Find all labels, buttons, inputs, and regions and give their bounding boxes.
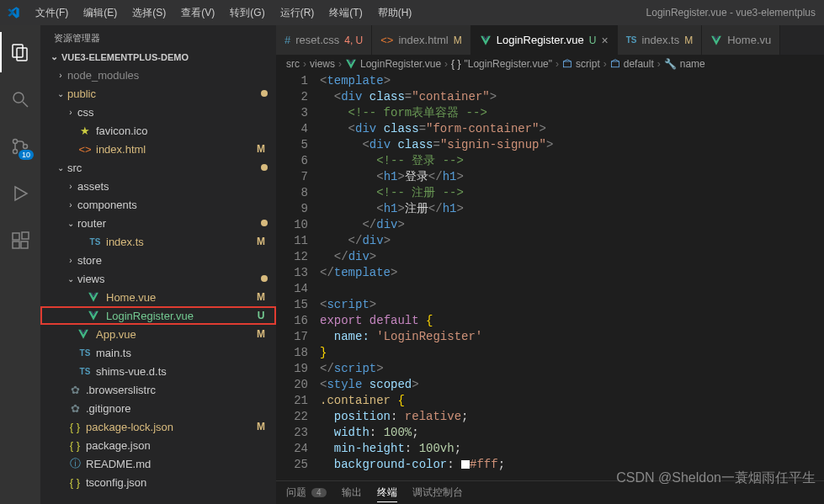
folder-item[interactable]: ›node_modules [40,66,276,84]
menu-item[interactable]: 选择(S) [125,3,173,24]
folder-item[interactable]: ⌄public [40,84,276,103]
editor-tab[interactable]: <>index.htmlM [372,25,470,55]
menu-item[interactable]: 运行(R) [274,3,322,24]
chevron-icon: ⌄ [64,274,77,284]
menu-item[interactable]: 编辑(E) [77,3,124,24]
svg-point-6 [24,145,28,149]
typescript-icon: TS [77,348,93,358]
item-label: css [77,106,268,119]
folder-item[interactable]: ›components [40,195,276,214]
vue-icon [88,291,103,303]
file-item[interactable]: TSmain.ts [40,343,276,362]
folder-item[interactable]: ›css [40,103,276,121]
breadcrumb-item[interactable]: script [562,58,600,70]
terminal-tab[interactable]: 终端 [377,485,397,502]
folder-item[interactable]: ⌄src [40,158,276,177]
menu-item[interactable]: 终端(T) [322,3,369,24]
item-label: package-lock.json [86,421,254,433]
menu-item[interactable]: 文件(F) [29,3,75,24]
item-label: App.vue [96,328,254,341]
menu-item[interactable]: 查看(V) [174,3,221,24]
breadcrumb-item[interactable]: src [286,58,300,70]
git-status: M [254,143,268,155]
run-activity-icon[interactable] [0,173,40,214]
chevron-right-icon: › [444,58,448,70]
file-item[interactable]: ✿.gitignore [40,399,276,417]
file-item[interactable]: ✿.browserslistrc [40,380,276,399]
git-status: M [254,236,268,247]
menu-item[interactable]: 帮助(H) [371,3,419,24]
menu-item[interactable]: 转到(G) [223,3,271,24]
favicon-icon: ★ [77,125,93,137]
module-icon [610,59,620,69]
chevron-icon: › [64,108,77,117]
folder-item[interactable]: ⌄views [40,269,276,288]
tab-bar: #reset.css4, U<>index.htmlMLoginRegister… [276,25,824,55]
css-icon: # [284,34,290,46]
editor-tab[interactable]: TSindex.tsM [618,25,703,55]
editor-tab[interactable]: Home.vu [702,25,780,55]
file-item[interactable]: { }package-lock.jsonM [40,417,276,436]
file-item[interactable]: <>index.htmlM [40,140,276,158]
editor-tab[interactable]: #reset.css4, U [276,25,372,55]
svg-point-2 [13,93,24,103]
json-icon: { } [67,439,82,452]
svg-rect-10 [21,241,28,248]
sidebar-header[interactable]: ⌄VUE3-ELEMENTPLUS-DEMO [40,48,276,66]
folder-item[interactable]: ›assets [40,177,276,195]
folder-item[interactable]: ›store [40,251,276,269]
item-label: .browserslistrc [86,384,268,396]
tab-label: LoginRegister.vue [497,34,584,46]
breadcrumb-item[interactable]: LoginRegister.vue [345,58,441,70]
item-label: components [77,199,268,211]
braces-icon: { } [451,58,460,70]
file-item[interactable]: { }package.json [40,436,276,454]
extensions-activity-icon[interactable] [0,220,40,261]
vscode-logo-icon [7,6,20,19]
modified-dot-icon [261,90,268,97]
breadcrumb-item[interactable]: views [310,58,335,70]
folder-item[interactable]: ⌄router [40,214,276,232]
tab-label: index.html [398,34,448,46]
vue-icon [77,328,93,340]
file-item[interactable]: LoginRegister.vueU [40,306,276,325]
search-activity-icon[interactable] [0,79,40,119]
breadcrumb-item[interactable]: default [610,58,654,70]
close-icon[interactable]: × [601,34,608,47]
output-tab[interactable]: 输出 [342,485,362,500]
html-icon: <> [380,34,393,46]
item-label: router [77,217,261,230]
breadcrumb-item[interactable]: { }"LoginRegister.vue" [451,58,552,70]
breadcrumb[interactable]: src›views›LoginRegister.vue›{ }"LoginReg… [276,55,824,73]
svg-rect-1 [17,48,27,61]
item-label: store [77,254,268,267]
git-status: U [254,310,268,321]
chevron-right-icon: › [338,58,342,70]
svg-marker-7 [15,187,27,200]
problems-tab[interactable]: 问题4 [286,485,327,500]
activity-bar: 10 [0,25,40,504]
file-item[interactable]: Home.vueM [40,288,276,306]
code-editor[interactable]: 1234567891011121314151617181920212223242… [276,73,824,480]
svg-point-4 [13,140,18,144]
editor-tab[interactable]: LoginRegister.vueU× [471,25,618,55]
debug-console-tab[interactable]: 调试控制台 [412,485,463,500]
item-label: .gitignore [86,402,268,415]
item-label: src [67,162,261,174]
file-item[interactable]: { }tsconfig.json [40,473,276,491]
item-label: views [77,273,261,285]
explorer-activity-icon[interactable] [0,32,40,72]
file-item[interactable]: ★favicon.ico [40,121,276,140]
svg-point-5 [13,150,18,154]
property-icon: 🔧 [664,58,677,70]
breadcrumb-item[interactable]: 🔧name [664,58,705,70]
scm-badge: 10 [19,150,34,160]
file-item[interactable]: TSindex.tsM [40,232,276,251]
file-item[interactable]: ⓘREADME.md [40,454,276,473]
item-label: index.ts [106,236,254,248]
file-item[interactable]: TSshims-vue.d.ts [40,362,276,380]
typescript-icon: TS [626,35,637,45]
scm-activity-icon[interactable]: 10 [0,126,40,167]
file-item[interactable]: App.vueM [40,325,276,343]
code-content[interactable]: <template> <div class="container"> <!-- … [320,73,824,480]
